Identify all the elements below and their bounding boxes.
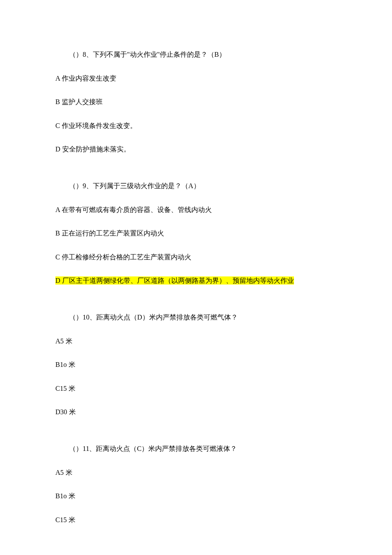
document-page: （）8、下列不属于"动火作业"停止条件的是？（B） A 作业内容发生改变 B 监… — [0, 0, 392, 555]
question-10-option-a: A5 米 — [55, 336, 337, 347]
question-11-option-b: B1o 米 — [55, 491, 337, 502]
question-9-option-a: A 在带有可燃或有毒介质的容器、设备、管线内动火 — [55, 204, 337, 215]
question-10-option-c: C15 米 — [55, 383, 337, 394]
question-8-option-c: C 作业环境条件发生改变。 — [55, 120, 337, 131]
highlight-span: D 厂区主干道两侧绿化带、厂区道路（以两侧路基为界）、预留地内等动火作业 — [55, 276, 294, 285]
question-9-option-d-highlight: D 厂区主干道两侧绿化带、厂区道路（以两侧路基为界）、预留地内等动火作业 — [55, 275, 337, 286]
question-8-option-a: A 作业内容发生改变 — [55, 73, 337, 84]
question-10-stem: （）10、距离动火点（D）米内严禁排放各类可燃气体？ — [55, 312, 337, 323]
question-11-stem: （）11、距离动火点（C）米内严禁排放各类可燃液体？ — [55, 443, 337, 454]
question-8-option-b: B 监护人交接班 — [55, 96, 337, 108]
question-9-option-c: C 停工检修经分析合格的工艺生产装置内动火 — [55, 252, 337, 263]
question-8-stem: （）8、下列不属于"动火作业"停止条件的是？（B） — [55, 49, 337, 60]
question-11-option-c: C15 米 — [55, 514, 337, 526]
question-10-option-d: D30 米 — [55, 407, 337, 418]
question-10-option-b: B1o 米 — [55, 359, 337, 370]
question-11-option-a: A5 米 — [55, 467, 337, 478]
question-8-option-d: D 安全防护措施未落实。 — [55, 144, 337, 155]
question-9-option-b: B 正在运行的工艺生产装置区内动火 — [55, 228, 337, 239]
question-9-stem: （）9、下列属于三级动火作业的是？（A） — [55, 180, 337, 192]
